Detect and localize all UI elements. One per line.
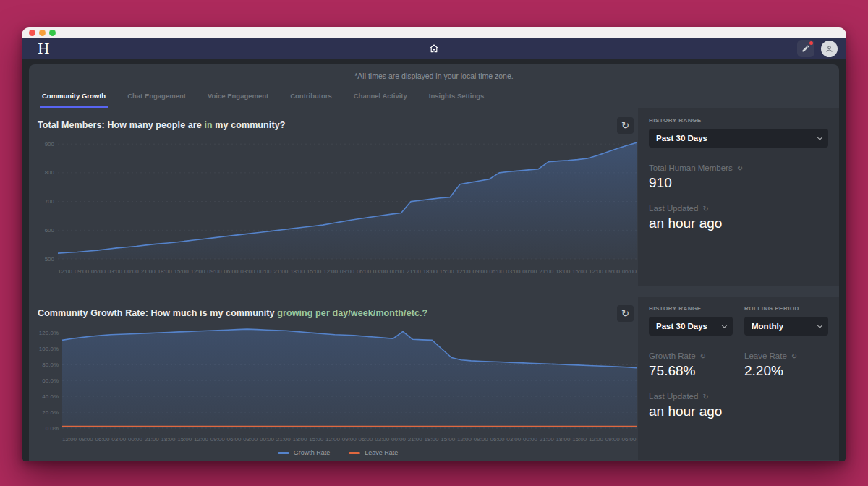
history-range-label: HISTORY RANGE — [649, 305, 733, 312]
chart-legend: Growth RateLeave Rate — [38, 449, 638, 456]
tab-voice-engagement[interactable]: Voice Engagement — [205, 92, 271, 108]
stat-label: Last Updated ↻ — [649, 204, 828, 213]
growth-rate-stat: Growth Rate ↻ 75.68% — [649, 351, 733, 379]
x-tick-label: 09:00 — [207, 268, 221, 275]
x-tick-label: 15:00 — [572, 268, 587, 275]
legend-label: Leave Rate — [365, 449, 398, 456]
legend-item-leave-rate[interactable]: Leave Rate — [349, 449, 398, 456]
stat-label: Last Updated ↻ — [649, 392, 828, 401]
app-logo[interactable]: H — [38, 42, 50, 56]
home-icon — [429, 43, 440, 54]
x-tick-label: 06:00 — [95, 436, 110, 443]
x-tick-label: 18:00 — [423, 268, 438, 275]
x-tick-label: 03:00 — [111, 436, 126, 443]
chart-header: Community Growth Rate: How much is my co… — [38, 302, 638, 324]
stat-label-text: Last Updated — [649, 392, 698, 401]
minimize-button[interactable] — [39, 30, 46, 36]
x-tick-label: 06:00 — [227, 436, 242, 443]
x-tick-label: 06:00 — [490, 436, 505, 443]
x-tick-label: 06:00 — [224, 268, 238, 275]
rolling-period-field: ROLLING PERIOD Monthly — [744, 305, 828, 336]
refresh-chart-button[interactable]: ↻ — [617, 117, 634, 134]
zoom-button[interactable] — [49, 30, 56, 36]
x-tick-label: 03:00 — [108, 268, 122, 275]
history-range-select[interactable]: Past 30 Days — [649, 129, 828, 148]
x-tick-label: 21:00 — [145, 436, 159, 443]
x-tick-label: 03:00 — [243, 436, 258, 443]
tab-insights-settings[interactable]: Insights Settings — [427, 92, 487, 108]
x-tick-label: 00:00 — [391, 436, 406, 443]
chart-title-highlight: in — [204, 120, 212, 130]
x-tick-label: 09:00 — [605, 268, 620, 275]
history-range-select[interactable]: Past 30 Days — [649, 317, 733, 336]
x-tick-label: 00:00 — [390, 268, 404, 275]
home-button[interactable] — [429, 43, 440, 54]
x-tick-label: 06:00 — [622, 436, 637, 443]
x-tick-label: 09:00 — [605, 436, 620, 443]
browser-window: H *All times are displa — [22, 27, 846, 461]
x-tick-label: 09:00 — [79, 436, 93, 443]
total-members-area — [58, 142, 637, 259]
rolling-period-select[interactable]: Monthly — [744, 317, 828, 336]
x-tick-label: 18:00 — [161, 436, 176, 443]
stat-label-text: Growth Rate — [649, 351, 696, 360]
person-icon — [825, 44, 834, 54]
x-tick-label: 18:00 — [425, 436, 439, 443]
y-tick-label: 40.0% — [42, 393, 59, 400]
refresh-icon: ↻ — [621, 121, 629, 130]
y-tick-label: 60.0% — [42, 378, 59, 384]
history-range-value: Past 30 Days — [656, 134, 707, 142]
x-tick-label: 06:00 — [489, 268, 503, 275]
refresh-chart-button[interactable]: ↻ — [617, 305, 634, 322]
x-tick-label: 00:00 — [522, 268, 537, 275]
pencil-icon — [801, 44, 810, 53]
growth-rate-chart[interactable]: 0.0%20.0%40.0%60.0%80.0%100.0%120.0% — [38, 324, 638, 434]
stat-label-text: Total Human Members — [649, 163, 733, 172]
x-tick-label: 00:00 — [523, 436, 537, 443]
timezone-note: *All times are displayed in your local t… — [29, 64, 839, 80]
x-tick-label: 12:00 — [62, 436, 77, 443]
x-tick-label: 00:00 — [124, 268, 139, 275]
legend-swatch — [349, 452, 360, 454]
refresh-icon: ↻ — [700, 352, 706, 360]
x-tick-label: 00:00 — [128, 436, 142, 443]
chart-title-text: my community? — [213, 120, 286, 130]
tab-community-growth[interactable]: Community Growth — [40, 92, 108, 108]
x-tick-label: 03:00 — [506, 268, 520, 275]
x-tick-label: 12:00 — [589, 268, 603, 275]
total-members-chart[interactable]: 500600700800900 — [38, 136, 638, 266]
page-content: *All times are displayed in your local t… — [22, 59, 846, 461]
stat-value: 75.68% — [649, 363, 733, 379]
tab-contributors[interactable]: Contributors — [288, 92, 334, 108]
x-tick-label: 15:00 — [309, 436, 323, 443]
growth-rate-area — [62, 329, 637, 428]
total-members-section: Total Members: How many people are in my… — [29, 108, 839, 286]
app-navbar: H — [22, 38, 846, 59]
x-tick-label: 21:00 — [540, 436, 554, 443]
x-tick-label: 09:00 — [75, 268, 89, 275]
x-tick-label: 06:00 — [91, 268, 106, 275]
x-tick-label: 00:00 — [257, 268, 271, 275]
insights-panel: *All times are displayed in your local t… — [29, 64, 839, 461]
close-button[interactable] — [29, 30, 35, 36]
x-tick-label: 09:00 — [474, 436, 488, 443]
tab-channel-activity[interactable]: Channel Activity — [352, 92, 409, 108]
x-tick-label: 18:00 — [556, 436, 571, 443]
x-tick-label: 15:00 — [307, 268, 321, 275]
x-tick-label: 12:00 — [191, 268, 205, 275]
stat-label: Total Human Members ↻ — [649, 163, 828, 172]
stat-label-text: Leave Rate — [744, 351, 787, 360]
x-tick-label: 12:00 — [456, 268, 471, 275]
chevron-down-icon — [817, 134, 822, 140]
y-tick-label: 0.0% — [46, 425, 59, 432]
stat-value: an hour ago — [649, 216, 828, 231]
legend-item-growth-rate[interactable]: Growth Rate — [278, 449, 331, 456]
y-tick-label: 600 — [45, 227, 55, 234]
history-range-value: Past 30 Days — [656, 322, 707, 331]
stat-label: Growth Rate ↻ — [649, 351, 733, 360]
tab-chat-engagement[interactable]: Chat Engagement — [125, 92, 188, 108]
user-avatar[interactable] — [821, 40, 838, 57]
edit-button[interactable] — [797, 40, 814, 57]
stat-value: 910 — [649, 175, 828, 191]
x-tick-label: 21:00 — [408, 436, 422, 443]
